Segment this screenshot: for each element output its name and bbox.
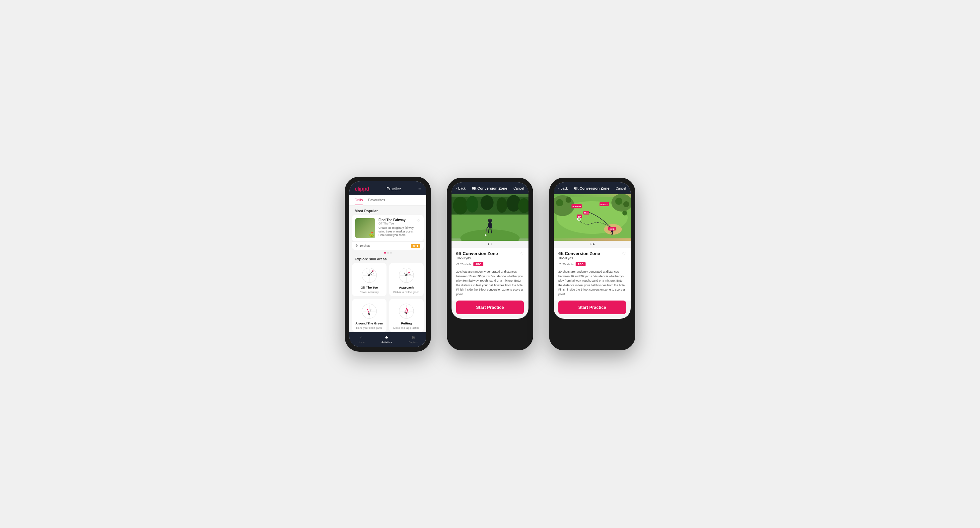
- ott-badge: OTT: [411, 244, 420, 248]
- drill-description: 20 shots are randomly generated at dista…: [452, 270, 528, 300]
- home-label: Home: [358, 341, 364, 344]
- cancel-button[interactable]: Cancel: [514, 187, 524, 190]
- shots-label: ⏱ 20 shots: [456, 263, 471, 266]
- img-dot-2: [491, 243, 492, 245]
- map-dot-1: [590, 243, 592, 245]
- arg-badge: ARG: [473, 262, 484, 266]
- drill-info: 6ft Conversion Zone 10-50 yds ♡ ⏱ 20 sho…: [452, 248, 528, 270]
- back-button[interactable]: ‹ Back: [456, 187, 466, 190]
- arg-badge-3: ARG: [576, 262, 585, 266]
- capture-label: Capture: [408, 341, 418, 344]
- card-text: Find The Fairway Off The Tee Create an i…: [379, 218, 420, 237]
- svg-line-50: [491, 228, 492, 233]
- svg-text:Hit: Hit: [578, 215, 581, 217]
- capture-icon: ⊕: [411, 335, 415, 340]
- putting-icon: [398, 302, 415, 320]
- phone3-content: FAIRWAY ROUGH Hit Miss SAND: [554, 194, 631, 300]
- svg-point-60: [616, 198, 622, 204]
- nav-capture[interactable]: ⊕ Capture: [408, 335, 418, 344]
- card-footer: ⏱ 10 shots OTT: [352, 241, 424, 250]
- approach-icon: [398, 266, 415, 284]
- featured-card[interactable]: Find The Fairway Off The Tee Create an i…: [352, 215, 424, 241]
- drill-description-3: 20 shots are randomly generated at dista…: [554, 270, 631, 300]
- hero-image: [452, 194, 528, 241]
- favourite-icon[interactable]: ♡: [417, 218, 420, 223]
- skill-card-putting[interactable]: Putting Make and lag practice: [389, 299, 424, 332]
- svg-point-32: [404, 311, 406, 313]
- atg-icon: [360, 302, 378, 320]
- phone-1: clippd Practice ≡ Drills Favourites Most…: [345, 177, 431, 352]
- activities-label: Activities: [382, 341, 392, 344]
- svg-point-37: [466, 196, 478, 212]
- drill-range-3: 10-50 yds: [558, 256, 600, 260]
- bottom-nav: ⌂ Home ♣ Activities ⊕ Capture: [349, 332, 426, 347]
- svg-point-33: [408, 311, 409, 313]
- svg-point-25: [371, 309, 372, 310]
- back-button-3[interactable]: ‹ Back: [558, 187, 568, 190]
- dot-3: [390, 252, 392, 254]
- phone1-header: clippd Practice ≡: [349, 181, 426, 195]
- skill-name-putting: Putting: [401, 321, 412, 325]
- phone3-title: 6ft Conversion Zone: [574, 186, 609, 190]
- nav-home[interactable]: ⌂ Home: [358, 335, 364, 344]
- svg-point-62: [622, 211, 627, 215]
- drills-content: Most Popular Find The Fairway Off The Te…: [349, 206, 426, 332]
- favourite-icon-3[interactable]: ♡: [622, 251, 626, 256]
- ott-icon: [360, 266, 378, 284]
- svg-point-36: [453, 197, 468, 215]
- svg-line-49: [489, 228, 489, 233]
- skill-desc-ott: Power accuracy: [360, 290, 379, 294]
- scene: clippd Practice ≡ Drills Favourites Most…: [331, 163, 649, 365]
- drill-info-3: 6ft Conversion Zone 10-50 yds ♡ ⏱ 20 sho…: [554, 248, 631, 270]
- nav-activities[interactable]: ♣ Activities: [382, 335, 392, 344]
- clock-icon-3: ⏱: [558, 263, 561, 266]
- drill-title: 6ft Conversion Zone: [456, 251, 498, 256]
- menu-icon[interactable]: ≡: [418, 186, 421, 191]
- svg-point-17: [410, 274, 411, 275]
- drill-meta: ⏱ 20 shots ARG: [456, 262, 524, 266]
- svg-point-58: [556, 199, 563, 206]
- svg-point-31: [406, 308, 407, 309]
- svg-point-52: [485, 234, 486, 236]
- skill-desc-approach: Dial-in to hit the green: [393, 290, 419, 294]
- svg-text:Miss: Miss: [584, 212, 589, 214]
- phone2-content: 6ft Conversion Zone 10-50 yds ♡ ⏱ 20 sho…: [452, 194, 528, 300]
- card-description: Create an imaginary fairway using trees …: [379, 226, 420, 237]
- activities-icon: ♣: [385, 335, 388, 340]
- svg-line-22: [368, 309, 369, 314]
- skill-name-approach: Approach: [399, 286, 414, 289]
- phone3-header: ‹ Back 6ft Conversion Zone Cancel: [554, 182, 631, 194]
- home-icon: ⌂: [360, 335, 363, 340]
- tabs-bar: Drills Favourites: [349, 195, 426, 206]
- dot-2: [387, 252, 389, 254]
- skill-desc-atg: Hone your short game: [356, 326, 382, 329]
- svg-point-77: [578, 219, 579, 220]
- map-dot-2: [593, 243, 595, 245]
- tab-drills[interactable]: Drills: [355, 195, 363, 205]
- header-title: Practice: [387, 187, 401, 191]
- shots-count: ⏱ 10 shots: [355, 244, 370, 247]
- tab-favourites[interactable]: Favourites: [368, 195, 385, 205]
- skill-card-ott[interactable]: Off The Tee Power accuracy: [352, 263, 387, 296]
- start-practice-button-3[interactable]: Start Practice: [558, 300, 626, 314]
- drill-title-3: 6ft Conversion Zone: [558, 251, 600, 256]
- cancel-button-3[interactable]: Cancel: [616, 187, 626, 190]
- svg-point-7: [372, 270, 374, 272]
- start-practice-button[interactable]: Start Practice: [456, 300, 524, 314]
- most-popular-label: Most Popular: [349, 206, 426, 215]
- favourite-icon[interactable]: ♡: [520, 251, 524, 256]
- svg-point-15: [408, 272, 410, 273]
- drill-range: 10-50 yds: [456, 256, 498, 260]
- image-dots: [452, 241, 528, 248]
- clippd-logo: clippd: [355, 186, 369, 192]
- svg-text:SAND: SAND: [609, 228, 614, 230]
- chevron-left-icon-3: ‹: [558, 187, 559, 190]
- svg-text:FAIRWAY: FAIRWAY: [572, 205, 582, 207]
- skill-card-atg[interactable]: Around The Green Hone your short game: [352, 299, 387, 332]
- img-dot-1: [488, 243, 489, 245]
- skill-card-approach[interactable]: Approach Dial-in to hit the green: [389, 263, 424, 296]
- svg-point-38: [480, 195, 493, 210]
- svg-line-23: [369, 310, 371, 314]
- dot-1: [384, 252, 386, 254]
- svg-point-46: [488, 219, 492, 220]
